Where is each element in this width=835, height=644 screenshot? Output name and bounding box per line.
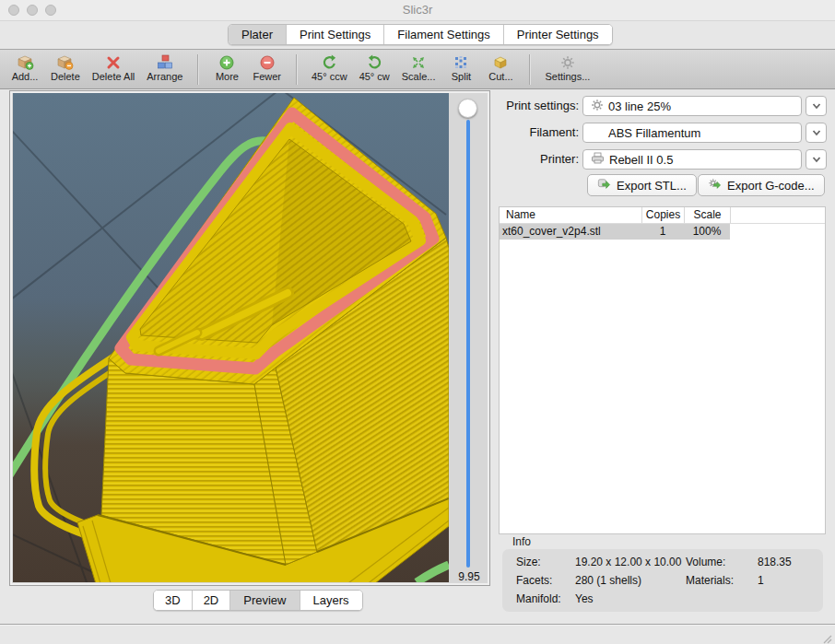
scale-icon <box>411 53 426 71</box>
printer-icon <box>591 152 605 167</box>
layer-slider-thumb[interactable] <box>458 99 477 118</box>
scale-button[interactable]: Scale... <box>402 53 436 82</box>
materials-label: Materials: <box>686 574 734 587</box>
facets-value: 280 (1 shells) <box>575 574 641 587</box>
size-value: 19.20 x 12.00 x 10.00 <box>575 556 681 568</box>
delete-package-icon <box>56 53 74 71</box>
info-section-title: Info <box>512 535 531 548</box>
3d-preview-canvas[interactable] <box>13 93 449 582</box>
plater-toolbar: Add... Delete Delete All Arrange More <box>0 49 835 89</box>
view-tab-preview[interactable]: Preview <box>230 591 300 610</box>
export-gcode-button[interactable]: Export G-code... <box>698 174 825 196</box>
settings-gear-icon <box>560 53 575 71</box>
object-list: Name Copies Scale xt60_cover_v2p4.stl 1 … <box>499 206 826 534</box>
facets-label: Facets: <box>516 574 552 587</box>
filament-label: Filament: <box>498 123 579 143</box>
rotate-ccw-icon <box>322 53 337 71</box>
arrange-button[interactable]: Arrange <box>147 53 182 82</box>
export-gcode-icon <box>708 178 722 193</box>
object-list-header[interactable]: Name Copies Scale <box>500 207 825 224</box>
cut-icon <box>492 53 509 71</box>
fewer-button[interactable]: Fewer <box>253 53 281 82</box>
print-settings-dropdown-button[interactable] <box>806 96 827 116</box>
status-bar-divider-highlight <box>0 625 835 626</box>
view-tab-3d[interactable]: 3D <box>154 591 193 610</box>
printer-dropdown-button[interactable] <box>806 149 827 170</box>
column-header-name[interactable]: Name <box>500 207 641 223</box>
object-row-selected[interactable]: xt60_cover_v2p4.stl 1 100% <box>500 224 730 240</box>
print-settings-label: Print settings: <box>498 96 579 116</box>
delete-button[interactable]: Delete <box>51 53 80 82</box>
export-stl-icon <box>597 178 611 193</box>
preset-gear-icon <box>591 99 604 114</box>
rotate-cw-icon <box>367 53 382 71</box>
arrange-cubes-icon <box>157 53 173 71</box>
tab-printer-settings[interactable]: Printer Settings <box>504 25 612 44</box>
volume-value: 818.35 <box>758 556 792 568</box>
toolbar-separator <box>197 54 198 85</box>
info-panel: Size: 19.20 x 12.00 x 10.00 Volume: 818.… <box>502 549 823 612</box>
filament-dropdown-button[interactable] <box>806 123 827 143</box>
window-title: Slic3r <box>0 0 835 20</box>
tab-print-settings[interactable]: Print Settings <box>287 25 384 44</box>
title-bar: Slic3r <box>0 0 835 21</box>
column-header-spacer <box>730 207 825 223</box>
layer-slider-track[interactable] <box>466 120 470 568</box>
view-tab-2d[interactable]: 2D <box>193 591 231 610</box>
more-button[interactable]: More <box>213 53 241 82</box>
chevron-down-icon <box>811 154 822 165</box>
object-scale-cell: 100% <box>684 224 730 240</box>
fewer-icon <box>260 53 275 71</box>
chevron-down-icon <box>811 127 822 138</box>
resize-grip[interactable] <box>822 633 832 644</box>
split-button[interactable]: Split <box>447 53 475 82</box>
delete-all-icon <box>106 53 121 71</box>
rotate-cw-button[interactable]: 45° cw <box>359 53 390 82</box>
manifold-value: Yes <box>575 592 594 605</box>
tab-plater[interactable]: Plater <box>229 25 287 44</box>
split-icon <box>453 53 468 71</box>
size-label: Size: <box>516 556 541 568</box>
rotate-ccw-button[interactable]: 45° ccw <box>312 53 347 82</box>
printer-label: Printer: <box>498 149 579 170</box>
toolbar-separator <box>529 54 530 85</box>
materials-value: 1 <box>758 574 764 587</box>
add-button[interactable]: Add... <box>11 53 39 82</box>
chevron-down-icon <box>811 100 822 111</box>
filament-combo[interactable]: ABS Fillamentum <box>582 123 802 143</box>
printer-combo[interactable]: Rebell II 0.5 <box>582 149 802 170</box>
view-switcher: 3D 2D Preview Layers <box>153 590 363 611</box>
volume-label: Volume: <box>686 556 725 568</box>
delete-all-button[interactable]: Delete All <box>92 53 135 82</box>
view-tab-layers[interactable]: Layers <box>300 591 362 610</box>
cut-button[interactable]: Cut... <box>487 53 514 82</box>
export-stl-button[interactable]: Export STL... <box>587 174 697 196</box>
tab-filament-settings[interactable]: Filament Settings <box>384 25 503 44</box>
object-copies-cell: 1 <box>641 224 684 240</box>
settings-button[interactable]: Settings... <box>545 53 590 82</box>
column-header-copies[interactable]: Copies <box>641 207 684 223</box>
main-tab-bar: Plater Print Settings Filament Settings … <box>228 24 613 45</box>
column-header-scale[interactable]: Scale <box>684 207 730 223</box>
add-package-icon <box>17 53 34 71</box>
print-settings-combo[interactable]: 03 line 25% <box>582 96 802 116</box>
manifold-label: Manifold: <box>516 592 561 605</box>
more-icon <box>219 53 234 71</box>
slic3r-window: Slic3r Plater Print Settings Filament Se… <box>0 0 835 644</box>
layer-slider-value: 9.95 <box>450 570 488 583</box>
toolbar-separator <box>296 54 297 85</box>
object-name-cell: xt60_cover_v2p4.stl <box>500 224 641 240</box>
